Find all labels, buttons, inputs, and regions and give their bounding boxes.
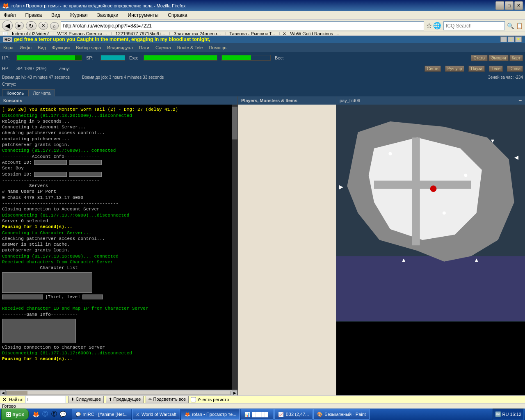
url-input[interactable] (61, 21, 424, 30)
game-menu-help[interactable]: Помощь (209, 45, 226, 50)
close-button[interactable]: ✕ (514, 1, 523, 10)
wow-icon: ⚔ (282, 32, 287, 36)
console-line-8: -----------Account Info------------- (2, 154, 235, 160)
status-text: Готово (2, 404, 16, 409)
bookmark-2[interactable]: 122199477 79715kq9.j... (114, 32, 167, 36)
console-line-28: Received character ID and Map IP from Ch… (2, 306, 235, 311)
btn-manual[interactable]: Руч упр (445, 66, 465, 72)
reload-button[interactable]: ↻ (26, 21, 37, 30)
btn-stats[interactable]: Статы (471, 55, 488, 61)
menu-tools[interactable]: Инструменты (126, 12, 160, 18)
tab-console[interactable]: Консоль (2, 89, 28, 96)
sidebar-icon[interactable]: 📋 (516, 23, 523, 29)
menu-journal[interactable]: Журнал (68, 12, 89, 18)
scroll-left-button[interactable]: ◀ (0, 390, 6, 396)
middle-content (238, 105, 336, 395)
game-bars-row1: HP: SP: Exp: Вес: Статы Эмоции Карт (0, 52, 525, 64)
tab-log[interactable]: Лог чата (28, 89, 55, 96)
tray-g-icon[interactable]: Ⓖ (41, 410, 49, 418)
rofan-label: rofan • Просмотр те... (192, 412, 237, 417)
taskbar: ⊞ пуск 🦊 Ⓖ Ⓔ 💬 💬 mIRC - [#anime [Net... … (0, 409, 525, 420)
forward-button[interactable]: ▶ (15, 22, 24, 30)
game-menu-deal[interactable]: Сделка (155, 45, 171, 50)
console-title: Консоль (0, 96, 237, 105)
game-menu-route[interactable]: Route & Tele (177, 45, 203, 50)
taskbar-app-b32[interactable]: 📈 B32 (2,47... (274, 409, 313, 420)
map-marker-1 (388, 152, 392, 155)
game-restore-button[interactable]: □ (508, 37, 514, 42)
taskbar-app-rofan[interactable]: 🦊 rofan • Просмотр те... (181, 409, 240, 420)
tray-firefox-icon[interactable]: 🦊 (32, 410, 40, 418)
case-checkbox[interactable] (191, 397, 196, 402)
game-menu-func[interactable]: Функции (52, 45, 70, 50)
search-button[interactable]: 🔍 (507, 23, 514, 29)
game-bars-row2: HP: SP: 18/87 (20%) Zeny: Сесть Руч упр … (0, 64, 525, 73)
b32-icon: 📈 (278, 412, 284, 417)
taskbar-app-mirc[interactable]: 💬 mIRC - [#anime [Net... (72, 409, 131, 420)
find-next-label: Следующее (76, 397, 101, 402)
btn-map[interactable]: Карт (509, 55, 523, 61)
game-minimize-button[interactable]: _ (500, 37, 507, 42)
tab-row: Консоль Лог чата (0, 87, 525, 96)
map-close-icon[interactable]: ━ (519, 98, 522, 103)
btn-tele[interactable]: Теле (489, 66, 503, 72)
taskbar-app-wow[interactable]: ⚔ World of Warcraft (132, 409, 180, 420)
find-highlight-button[interactable]: ✏ Подсветить все (146, 396, 189, 403)
game-menu-info[interactable]: Инфо (20, 45, 32, 50)
scroll-right-button[interactable]: ▶ (232, 390, 237, 396)
bookmark-1[interactable]: WTS Рыцарь Смерти ... (56, 32, 109, 36)
back-button[interactable]: ◀ (2, 21, 13, 31)
taskbar-app-unknown[interactable]: 📊 █████ (241, 409, 274, 420)
map-lower (336, 322, 525, 395)
bookmark-4[interactable]: Таверна - Рынок и Т... (228, 32, 276, 36)
menu-view[interactable]: Вид (50, 12, 62, 18)
bookmark-0[interactable]: Index of /d2/video/ (10, 32, 50, 36)
hp-label: HP: (2, 55, 12, 60)
menu-help[interactable]: Справка (166, 12, 189, 18)
btn-doma[interactable]: Doma (507, 66, 523, 72)
btn-sit[interactable]: Сесть (425, 66, 441, 72)
game-close-button[interactable]: ✕ (515, 37, 522, 42)
console-line-16: ----------------------------------------… (2, 201, 235, 206)
level-time: Время до lvl: 43 minutes 47 seconds (2, 75, 70, 80)
find-close-button[interactable]: ✕ (2, 396, 7, 403)
menu-bookmarks[interactable]: Закладки (96, 12, 120, 18)
maximize-button[interactable]: □ (505, 1, 514, 10)
menu-edit[interactable]: Правка (24, 12, 44, 18)
find-input[interactable] (25, 396, 66, 403)
console-scrollbar[interactable] (232, 105, 237, 390)
tray-lang-icon: 🔤 (495, 411, 501, 417)
case-label: Учесть регистр (197, 397, 229, 402)
star-icon[interactable]: ☆ (426, 22, 432, 30)
tray-e-icon[interactable]: Ⓔ (50, 410, 58, 418)
account-id-blur-2 (69, 160, 102, 165)
home-button[interactable]: ⌂ (50, 22, 59, 30)
search-input[interactable] (443, 21, 505, 30)
game-menu-party[interactable]: Пати (139, 45, 149, 50)
find-next-button[interactable]: ⬇ Следующее (68, 396, 104, 403)
game-menu-indiv[interactable]: Индивидуал (107, 45, 133, 50)
taskbar-app-paint[interactable]: 🎨 Безымянный - Paint (313, 409, 370, 420)
game-menu-kora[interactable]: Кора (3, 45, 14, 50)
console-line-15: 0 Chaos 4478 81.177.13.17 6000 (2, 195, 235, 201)
thief-name-blur (2, 294, 43, 299)
tray-chat-icon[interactable]: 💬 (59, 410, 67, 418)
game-data-blur (2, 319, 76, 343)
menu-file[interactable]: Файл (2, 12, 18, 18)
stop-button[interactable]: ✕ (39, 22, 48, 30)
btn-pause[interactable]: Пауза (468, 66, 485, 72)
game-info-box (2, 319, 235, 343)
game-menu-vid[interactable]: Вид (38, 45, 46, 50)
start-button[interactable]: ⊞ пуск (1, 409, 29, 420)
bookmark-5[interactable]: WoW Guild Rankings :... (289, 32, 341, 36)
game-menu-char[interactable]: Выбор чара (76, 45, 101, 50)
bookmark-3[interactable]: Знакомства 24open.r... (172, 32, 223, 36)
find-prev-button[interactable]: ⬆ Предыдущее (106, 396, 144, 403)
console-line-2: Relogging in 5 seconds... (2, 119, 235, 124)
refresh-icon[interactable]: 🌐 (433, 22, 441, 30)
btn-emotes[interactable]: Эмоции (488, 55, 508, 61)
minimize-button[interactable]: _ (495, 1, 504, 10)
console-text: [ 69/ 20] You attack Monster Worm Tail (… (2, 107, 235, 362)
tray-time: 16:12 (510, 412, 521, 417)
h-scroll-track[interactable] (7, 391, 231, 395)
